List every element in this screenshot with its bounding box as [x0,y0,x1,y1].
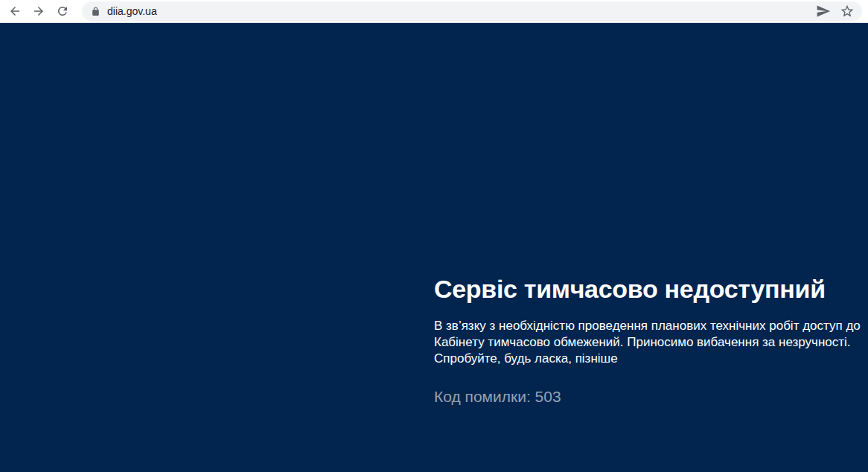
forward-arrow-icon [32,4,45,18]
bookmark-star-icon[interactable] [840,4,855,19]
error-page: Сервіс тимчасово недоступний В зв’язку з… [0,23,868,472]
error-content: Сервіс тимчасово недоступний В зв’язку з… [434,274,867,406]
reload-button[interactable] [52,1,73,22]
browser-window: diia.gov.ua Сервіс тимчасово недоступний… [0,0,868,472]
browser-toolbar: diia.gov.ua [0,0,868,23]
back-arrow-icon [8,4,22,18]
address-bar[interactable]: diia.gov.ua [82,1,862,21]
message-line: В зв’язку з необхідністю проведення план… [434,318,867,334]
error-code: Код помилки: 503 [434,388,867,406]
back-button[interactable] [4,1,25,22]
message-line: Кабінету тимчасово обмежений. Приносимо … [434,334,867,351]
url-text[interactable]: diia.gov.ua [107,5,157,17]
error-message: В зв’язку з необхідністю проведення план… [434,318,867,367]
padlock-secure-icon [91,7,100,16]
page-title: Сервіс тимчасово недоступний [434,274,867,304]
message-line: Спробуйте, будь ласка, пізніше [434,351,867,367]
reload-icon [56,4,69,18]
send-to-device-icon[interactable] [816,4,831,19]
forward-button[interactable] [28,1,49,22]
